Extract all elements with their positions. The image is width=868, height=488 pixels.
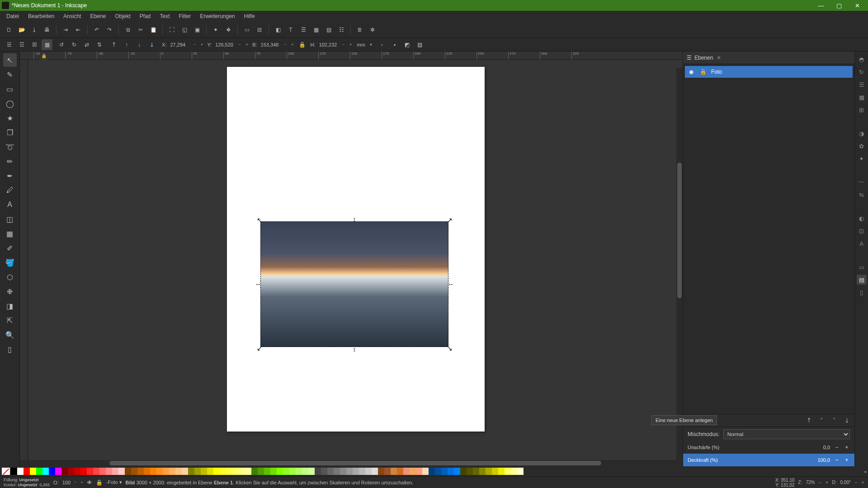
connector-tool-icon[interactable]: ⇱ — [3, 314, 17, 327]
status-layer-combo[interactable]: -Foto ▾ — [106, 479, 122, 485]
color-swatch[interactable] — [391, 468, 397, 475]
dock-doc-icon[interactable]: ▯ — [857, 287, 867, 297]
color-swatch[interactable] — [441, 468, 448, 475]
color-swatch[interactable] — [194, 468, 201, 475]
star-tool-icon[interactable]: ★ — [3, 111, 17, 125]
color-swatch[interactable] — [150, 468, 156, 475]
spray-tool-icon[interactable]: ❉ — [3, 285, 17, 298]
x-dec[interactable]: − — [192, 42, 197, 47]
color-swatch[interactable] — [479, 468, 486, 475]
prefs-icon[interactable]: ✻ — [367, 24, 378, 35]
dock-layers-icon[interactable]: ▤ — [857, 275, 867, 285]
color-swatch[interactable] — [49, 468, 55, 475]
x-inc[interactable]: + — [199, 42, 204, 47]
color-swatch[interactable] — [251, 468, 258, 475]
dock-dist-icon[interactable]: ⊞ — [857, 105, 867, 115]
dock-obj-icon[interactable]: ↻ — [857, 67, 867, 77]
rot-dec[interactable]: − — [854, 479, 858, 486]
w-dec[interactable]: − — [283, 42, 288, 47]
deselect-icon[interactable]: ☒ — [29, 39, 40, 50]
color-swatch[interactable] — [118, 468, 125, 475]
zoom-dec[interactable]: − — [818, 479, 821, 486]
x-value[interactable]: 27,294 — [169, 42, 190, 47]
color-swatch[interactable] — [435, 468, 441, 475]
status-opacity-value[interactable]: 100 — [62, 480, 71, 485]
zoom-selection-icon[interactable]: ⛶ — [166, 24, 177, 35]
handle-se[interactable]: ↘ — [448, 346, 452, 351]
color-swatch[interactable] — [315, 468, 321, 475]
group-icon[interactable]: ▭ — [241, 24, 252, 35]
color-swatch[interactable] — [384, 468, 391, 475]
affect-corners-icon[interactable]: ▪ — [389, 39, 400, 50]
lower-icon[interactable]: ↓ — [134, 39, 145, 50]
handle-nw[interactable]: ↖ — [257, 218, 262, 222]
color-swatch[interactable] — [365, 468, 372, 475]
ungroup-icon[interactable]: ⊟ — [254, 24, 265, 35]
h-dec[interactable]: − — [341, 42, 346, 47]
handle-ne[interactable]: ↗ — [448, 218, 452, 222]
tweak-tool-icon[interactable]: ⬡ — [3, 270, 17, 284]
select-all-layers-icon[interactable]: ☱ — [4, 39, 14, 50]
color-swatch[interactable] — [42, 468, 49, 475]
color-swatch[interactable] — [410, 468, 416, 475]
affect-stroke-icon[interactable]: ▫ — [377, 39, 387, 50]
color-swatch[interactable] — [486, 468, 492, 475]
color-swatch[interactable] — [36, 468, 42, 475]
color-swatch[interactable] — [163, 468, 169, 475]
color-swatch[interactable] — [467, 468, 473, 475]
fill-value[interactable]: Ungesetzt — [19, 478, 39, 482]
color-swatch[interactable] — [422, 468, 429, 475]
ellipse-tool-icon[interactable]: ◯ — [3, 97, 17, 110]
zoom-page-icon[interactable]: ▣ — [192, 24, 203, 35]
toggle-sel-icon[interactable]: ▦ — [42, 39, 52, 50]
color-swatch[interactable] — [55, 468, 61, 475]
menu-ebene[interactable]: Ebene — [85, 11, 110, 22]
color-swatch[interactable] — [321, 468, 327, 475]
text-icon[interactable]: T — [285, 24, 296, 35]
doc-props-icon[interactable]: 🗎 — [354, 24, 365, 35]
layer-row[interactable]: ◉ 🔓 Foto — [685, 66, 853, 78]
color-swatch[interactable] — [517, 468, 524, 475]
affect-gradient-icon[interactable]: ◩ — [402, 39, 413, 50]
color-swatch[interactable] — [270, 468, 277, 475]
paste-icon[interactable]: 📋 — [148, 24, 159, 35]
zoom-drawing-icon[interactable]: ◱ — [179, 24, 190, 35]
color-swatch[interactable] — [346, 468, 353, 475]
color-swatch[interactable] — [17, 468, 24, 475]
ruler-vertical[interactable] — [20, 60, 28, 460]
y-dec[interactable]: − — [237, 42, 242, 47]
color-swatch[interactable] — [213, 468, 220, 475]
dock-trace-icon[interactable]: ◑ — [857, 128, 867, 138]
color-swatch[interactable] — [258, 468, 264, 475]
color-swatch[interactable] — [24, 468, 30, 475]
rotate-ccw-icon[interactable]: ↺ — [56, 39, 67, 50]
cut-icon[interactable]: ✂ — [135, 24, 146, 35]
scrollbar-vertical[interactable] — [676, 68, 683, 460]
menu-erweiterungen[interactable]: Erweiterungen — [195, 11, 239, 22]
dock-text-icon[interactable]: A — [857, 239, 867, 249]
xml-icon[interactable]: ▦ — [311, 24, 321, 35]
color-swatch[interactable] — [327, 468, 334, 475]
text-tool-icon[interactable]: A — [3, 198, 17, 211]
color-swatch[interactable] — [175, 468, 182, 475]
color-swatch[interactable] — [87, 468, 93, 475]
color-swatch[interactable] — [99, 468, 106, 475]
color-swatch[interactable] — [359, 468, 365, 475]
select-all-icon[interactable]: ☲ — [16, 39, 27, 50]
menu-bearbeiten[interactable]: Bearbeiten — [24, 11, 59, 22]
handle-n[interactable]: ↕ — [352, 217, 357, 221]
palette-menu-icon[interactable]: ◂ — [864, 469, 866, 474]
opacity-dec[interactable]: − — [834, 457, 840, 463]
stroke-width[interactable]: 0,265 — [40, 483, 50, 487]
lower-bottom-icon[interactable]: ⤓ — [146, 39, 157, 50]
dock-arrange-icon[interactable]: 〰 — [857, 177, 867, 187]
undo-icon[interactable]: ↶ — [91, 24, 102, 35]
color-swatch[interactable] — [188, 468, 194, 475]
color-swatch[interactable] — [220, 468, 226, 475]
save-icon[interactable]: ⭳ — [29, 24, 40, 35]
w-inc[interactable]: + — [290, 42, 295, 47]
layers-panel-close-icon[interactable]: ✕ — [717, 55, 721, 61]
color-swatch[interactable] — [334, 468, 340, 475]
color-swatch[interactable] — [397, 468, 403, 475]
pencil-tool-icon[interactable]: ✏ — [3, 155, 17, 168]
